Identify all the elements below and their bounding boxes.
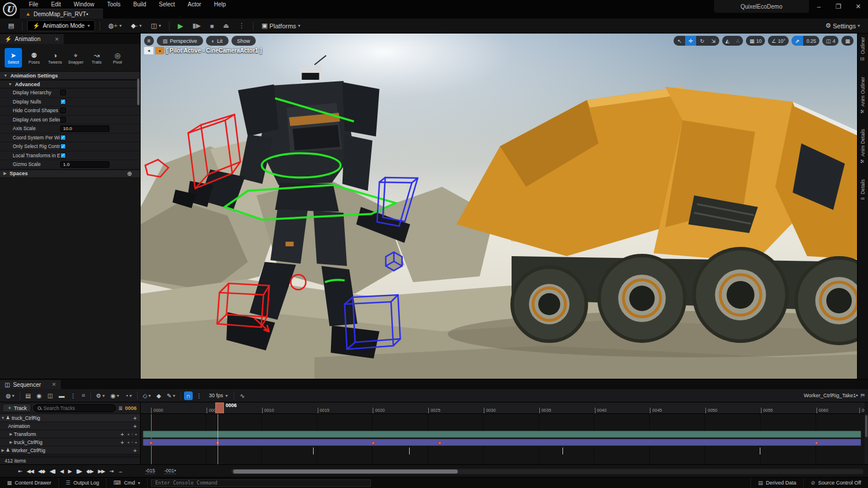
fps-dropdown[interactable]: 30 fps ▾ xyxy=(205,391,231,400)
console-command-input[interactable] xyxy=(151,479,371,487)
keyframe-options-dropdown[interactable]: ◇▾ xyxy=(141,391,153,400)
render-options-button[interactable]: ⋮ xyxy=(68,391,78,400)
edit-mode-dropdown[interactable]: ✎▾ xyxy=(164,391,177,400)
display-hierarchy-checkbox[interactable] xyxy=(60,90,66,95)
tool-pivot[interactable]: ◎ Pivot xyxy=(109,48,126,68)
range-start-value[interactable]: -015 xyxy=(145,468,155,474)
next-key-button[interactable]: ◆▶ xyxy=(84,468,95,475)
play-options-button[interactable]: ⋮ xyxy=(235,21,248,31)
stop-button[interactable]: ■ xyxy=(207,21,218,31)
frame-skip-button[interactable]: ▮▶ xyxy=(189,21,204,31)
play-button[interactable]: ▶ xyxy=(174,21,186,31)
edit-hierarchy-button[interactable]: ⌗ xyxy=(79,391,87,400)
tab-outliner[interactable]: ☰ Outliner xyxy=(860,37,866,62)
transform-section-bar[interactable] xyxy=(143,431,861,438)
camera-speed-button[interactable]: ◫4 xyxy=(822,36,838,46)
chevron-down-icon[interactable]: ▼ xyxy=(0,416,6,420)
menu-build[interactable]: Build xyxy=(127,1,152,8)
current-frame-value[interactable]: 0006 xyxy=(125,405,138,411)
section-animation-settings[interactable]: ▼ Animation Settings xyxy=(0,71,140,80)
lanes-scrollbar[interactable] xyxy=(865,414,868,464)
content-drawer-button[interactable]: ▦ Content Drawer xyxy=(0,478,59,488)
close-icon[interactable]: ✕ xyxy=(52,382,56,387)
next-shot-button[interactable]: ▶▶ xyxy=(96,468,106,475)
viewport-layout-button[interactable]: ▦ xyxy=(841,36,854,46)
ctrlrig-section-bar[interactable] xyxy=(143,439,861,446)
add-track-button[interactable]: ＋ Track xyxy=(2,404,31,412)
display-nulls-checkbox[interactable]: ✓ xyxy=(60,99,66,105)
key-navigation[interactable]: ◂ ○ ▸ xyxy=(127,440,138,444)
timeline-scrollbar[interactable] xyxy=(231,469,863,474)
search-tracks-box[interactable] xyxy=(34,404,116,412)
prev-key-button[interactable]: ◀◆ xyxy=(36,468,47,475)
menu-actor[interactable]: Actor xyxy=(182,1,207,8)
hide-control-shapes-checkbox[interactable] xyxy=(60,108,66,113)
add-key-icon[interactable]: ＋ xyxy=(119,438,125,446)
add-section-icon[interactable]: ＋ xyxy=(132,446,138,454)
prev-frame-button[interactable]: ◀▮ xyxy=(48,468,57,475)
tool-trails[interactable]: ↝ Trails xyxy=(88,48,105,68)
playback-options-dropdown[interactable]: ◔▾ xyxy=(123,391,134,400)
sequencer-lanes[interactable]: 0000 0005 0010 0015 0020 0025 0030 0035 … xyxy=(141,402,868,464)
close-button[interactable]: ✕ xyxy=(848,0,868,13)
panel-scrollbar[interactable] xyxy=(137,79,139,105)
sequencer-tab[interactable]: ◫ Sequencer ✕ xyxy=(0,380,61,389)
tool-poses[interactable]: ⚉ Poses xyxy=(25,48,43,68)
playhead-marker[interactable] xyxy=(215,402,224,414)
move-tool-button[interactable]: ✛ xyxy=(685,36,697,46)
cinematics-dropdown[interactable]: ◫▾ xyxy=(148,21,164,31)
add-section-icon[interactable]: ＋ xyxy=(132,422,138,430)
unlock-icon[interactable]: ⛿ xyxy=(860,393,865,399)
eject-button[interactable]: ⏏ xyxy=(220,21,233,31)
menu-edit[interactable]: Edit xyxy=(45,1,67,8)
save-sequence-button[interactable]: ▤ xyxy=(23,391,33,400)
rotate-tool-button[interactable]: ↻ xyxy=(696,36,708,46)
viewport[interactable]: ≡ ▧ Perspective ◐ Lit Show ◂ ● [ Pilot A… xyxy=(141,34,857,379)
play-reverse-button[interactable]: ◀ xyxy=(58,468,65,475)
section-advanced[interactable]: ▼ Advanced xyxy=(0,80,140,88)
tool-tweens[interactable]: ◑ Tweens xyxy=(46,48,64,68)
snap-options-button[interactable]: ⋮ xyxy=(194,391,204,400)
render-movie-button[interactable]: ▬ xyxy=(56,391,67,400)
minimize-button[interactable]: – xyxy=(809,0,829,13)
show-dropdown[interactable]: Show xyxy=(231,36,256,46)
actions-dropdown[interactable]: ⚙▾ xyxy=(94,391,107,400)
restore-button[interactable]: ❐ xyxy=(829,0,848,13)
exit-pilot-button[interactable]: ◂ xyxy=(144,47,153,54)
menu-window[interactable]: Window xyxy=(68,1,100,8)
save-button[interactable]: ▤ xyxy=(5,21,17,31)
tab-details[interactable]: ≔ Details xyxy=(860,179,866,201)
menu-tools[interactable]: Tools xyxy=(101,1,126,8)
section-spaces[interactable]: ▶ Spaces ⊕ xyxy=(0,169,140,178)
menu-help[interactable]: Help xyxy=(208,1,232,8)
coord-system-checkbox[interactable]: ✓ xyxy=(60,135,66,141)
tab-anim-details[interactable]: ⚒ Anim Details xyxy=(860,129,866,164)
tab-anim-outliner[interactable]: ⚒ Anim Outliner xyxy=(860,77,866,114)
viewport-menu-button[interactable]: ≡ xyxy=(144,36,154,46)
keyframe[interactable] xyxy=(815,441,818,445)
add-section-icon[interactable]: ＋ xyxy=(132,414,138,422)
axis-scale-input[interactable] xyxy=(60,125,109,132)
range-offset-value[interactable]: -001• xyxy=(164,468,176,474)
add-actor-dropdown[interactable]: ◍+▾ xyxy=(105,21,125,31)
timeline-scrollbar-thumb[interactable] xyxy=(233,469,458,474)
sequence-browser-dropdown[interactable]: ◍▾ xyxy=(3,391,17,400)
map-tab[interactable]: ▲ DemoMap_Fin_RVT• xyxy=(20,9,103,19)
grid-snap-button[interactable]: ▦10 xyxy=(746,36,765,46)
add-space-icon[interactable]: ⊕ xyxy=(127,171,132,177)
local-transforms-checkbox[interactable]: ✓ xyxy=(60,153,66,158)
take-name[interactable]: Worker_CtrlRig_Take1• xyxy=(804,393,858,398)
output-log-button[interactable]: ☰ Output Log xyxy=(59,478,107,488)
chevron-right-icon[interactable]: ▶ xyxy=(8,440,14,445)
play-forward-button[interactable]: ▶ xyxy=(67,468,73,475)
keyframe[interactable] xyxy=(149,441,153,445)
track-worker-ctrlrig[interactable]: ▶ ♟ Worker_CtrlRig ＋ xyxy=(0,446,140,454)
blueprints-dropdown[interactable]: ◆∙▾ xyxy=(127,21,145,31)
settings-dropdown[interactable]: ⚙ Settings ▾ xyxy=(822,21,863,31)
track-lane-area[interactable] xyxy=(141,414,865,464)
view-mode-dropdown[interactable]: ◐ Lit xyxy=(206,36,229,46)
close-icon[interactable]: ✕ xyxy=(54,36,59,42)
animation-panel-tab[interactable]: ⚡ Animation ✕ xyxy=(0,34,64,44)
timeline-ruler[interactable]: 0000 0005 0010 0015 0020 0025 0030 0035 … xyxy=(141,402,865,414)
gizmo-scale-input[interactable] xyxy=(60,161,109,168)
